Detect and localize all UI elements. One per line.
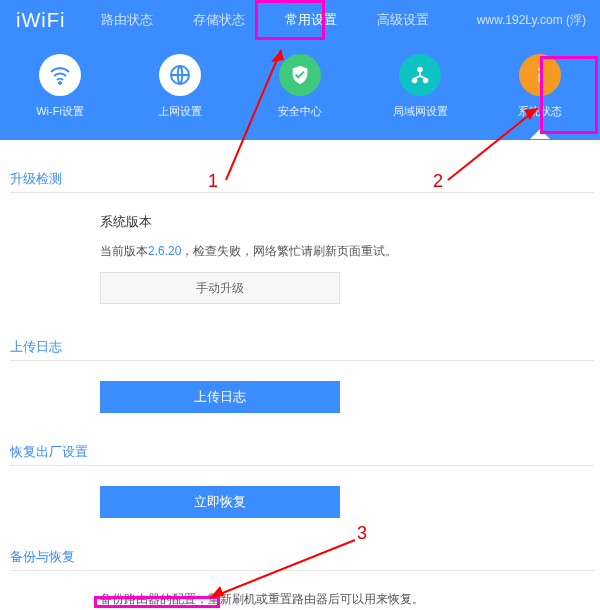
manual-upgrade-button[interactable]: 手动升级 <box>100 272 340 304</box>
svg-point-5 <box>538 68 542 72</box>
section-factory-title: 恢复出厂设置 <box>10 443 594 461</box>
icon-wifi-settings[interactable]: Wi-Fi设置 <box>20 54 100 119</box>
icon-lan-settings[interactable]: 局域网设置 <box>380 54 460 119</box>
backup-desc: 备份路由器的配置，重新刷机或重置路由器后可以用来恢复。 <box>100 591 594 608</box>
icon-security-center[interactable]: 安全中心 <box>260 54 340 119</box>
sysver-heading: 系统版本 <box>100 213 594 231</box>
active-indicator <box>532 129 548 139</box>
section-upgrade-title: 升级检测 <box>10 170 594 188</box>
domain-text: www.192Ly.com (浮) <box>477 12 586 29</box>
nav-storage-status[interactable]: 存储状态 <box>187 7 251 33</box>
logo: iWiFi <box>16 9 65 32</box>
icon-internet-settings[interactable]: 上网设置 <box>140 54 220 119</box>
annotation-number-2: 2 <box>433 171 443 192</box>
section-log-title: 上传日志 <box>10 338 594 356</box>
globe-icon <box>159 54 201 96</box>
svg-rect-6 <box>539 73 542 82</box>
icon-system-status[interactable]: 系统状态 <box>500 54 580 119</box>
network-icon <box>399 54 441 96</box>
factory-reset-button[interactable]: 立即恢复 <box>100 486 340 518</box>
nav-common-settings[interactable]: 常用设置 <box>279 7 343 33</box>
nav-advanced-settings[interactable]: 高级设置 <box>371 7 435 33</box>
info-icon <box>519 54 561 96</box>
annotation-number-1: 1 <box>208 171 218 192</box>
svg-point-2 <box>417 67 423 73</box>
nav-router-status[interactable]: 路由状态 <box>95 7 159 33</box>
wifi-icon <box>39 54 81 96</box>
svg-point-0 <box>59 82 62 85</box>
shield-icon <box>279 54 321 96</box>
annotation-number-3: 3 <box>357 523 367 544</box>
sysver-desc: 当前版本2.6.20，检查失败，网络繁忙请刷新页面重试。 <box>100 243 594 260</box>
section-backup-title: 备份与恢复 <box>10 548 594 566</box>
upload-log-button[interactable]: 上传日志 <box>100 381 340 413</box>
